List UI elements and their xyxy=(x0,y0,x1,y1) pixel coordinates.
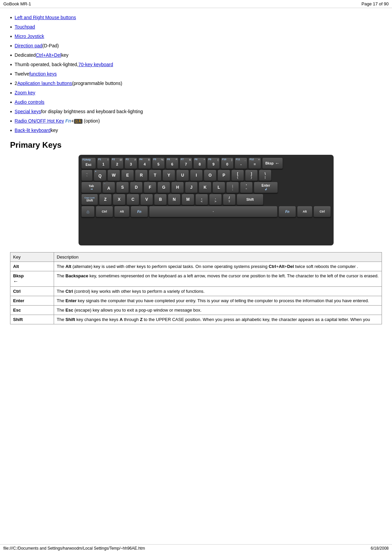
footer-date: 6/18/2008 xyxy=(371,546,389,551)
list-item: Touchpad xyxy=(10,24,382,30)
main-content: Left and Right Mouse buttons Touchpad Mi… xyxy=(0,8,392,328)
page-number: Page 17 of 90 xyxy=(361,1,389,6)
table-header-key: Key xyxy=(10,252,54,262)
list-item: Back-lit keyboard key xyxy=(10,128,382,134)
table-row: Esc The Esc (escape) key allows you to e… xyxy=(10,306,382,315)
left-right-mouse-link[interactable]: Left and Right Mouse buttons xyxy=(15,15,76,20)
table-row: Bksp ← The Backspace key, sometimes repr… xyxy=(10,271,382,287)
desc-cell: The Enter key signals the computer that … xyxy=(54,296,382,306)
special-keys-link[interactable]: Special keys xyxy=(15,109,41,114)
table-row: Alt The Alt (alternate) key is used with… xyxy=(10,262,382,271)
table-row: Shift The Shift key changes the keys A t… xyxy=(10,315,382,324)
footer-path: file:///C:/Documents and Settings/harwoo… xyxy=(3,546,145,551)
desc-cell: The Esc (escape) key allows you to exit … xyxy=(54,306,382,315)
table-header-description: Description xyxy=(54,252,382,262)
desc-cell: The Backspace key, sometimes represented… xyxy=(54,271,382,287)
page-footer: file:///C:/Documents and Settings/harwoo… xyxy=(0,544,392,552)
touchpad-link[interactable]: Touchpad xyxy=(15,24,35,30)
list-item: Micro Joystick xyxy=(10,34,382,40)
key-cell: Shift xyxy=(10,315,54,324)
table-row: Ctrl The Ctrl (control) key works with o… xyxy=(10,287,382,296)
back-lit-link[interactable]: Back-lit keyboard xyxy=(15,128,51,133)
list-item: Zoom key xyxy=(10,90,382,96)
table-row: Enter The Enter key signals the computer… xyxy=(10,296,382,306)
desc-cell: The Alt (alternate) key is used with oth… xyxy=(54,262,382,271)
radio-key-icon: () Â xyxy=(74,119,83,124)
list-item: Special keys for display brightness and … xyxy=(10,109,382,115)
70-key-link[interactable]: 70-key keyboard xyxy=(79,62,113,67)
keys-table: Key Description Alt The Alt (alternate) … xyxy=(10,252,382,324)
keyboard-image: F1/help Esc F1 1 ! F2 2 @ F3 xyxy=(79,155,334,245)
key-cell: Ctrl xyxy=(10,287,54,296)
key-cell: Bksp ← xyxy=(10,271,54,287)
radio-hotkey-link[interactable]: Radio ON/OFF Hot Key xyxy=(15,118,64,124)
list-item: Direction pad (D-Pad) xyxy=(10,43,382,49)
document-title: GoBook MR-1 xyxy=(3,1,31,6)
direction-pad-link[interactable]: Direction pad xyxy=(15,43,43,48)
list-item: Twelve function keys xyxy=(10,71,382,77)
page-header: GoBook MR-1 Page 17 of 90 xyxy=(0,0,392,8)
keyboard-image-container: F1/help Esc F1 1 ! F2 2 @ F3 xyxy=(30,155,382,245)
desc-cell: The Shift key changes the keys A through… xyxy=(54,315,382,324)
ctrl-alt-del-link[interactable]: Ctrl+Alt+Del xyxy=(36,52,61,58)
key-cell: Esc xyxy=(10,306,54,315)
nav-list: Left and Right Mouse buttons Touchpad Mi… xyxy=(10,15,382,134)
list-item: Radio ON/OFF Hot Key Fn+() Â (option) xyxy=(10,118,382,124)
list-item: Audio controls xyxy=(10,99,382,105)
list-item: 2 Application launch buttons (programmab… xyxy=(10,81,382,87)
audio-controls-link[interactable]: Audio controls xyxy=(15,99,45,105)
function-keys-link[interactable]: function keys xyxy=(29,71,57,77)
list-item: Dedicated Ctrl+Alt+Del key xyxy=(10,52,382,58)
zoom-key-link[interactable]: Zoom key xyxy=(15,90,35,95)
primary-keys-heading: Primary Keys xyxy=(10,140,382,150)
micro-joystick-link[interactable]: Micro Joystick xyxy=(15,34,44,39)
key-cell: Alt xyxy=(10,262,54,271)
list-item: Thumb operated, back-lighted, 70-key key… xyxy=(10,62,382,68)
key-cell: Enter xyxy=(10,296,54,306)
app-launch-link[interactable]: Application launch buttons xyxy=(17,81,72,86)
desc-cell: The Ctrl (control) key works with other … xyxy=(54,287,382,296)
list-item: Left and Right Mouse buttons xyxy=(10,15,382,21)
